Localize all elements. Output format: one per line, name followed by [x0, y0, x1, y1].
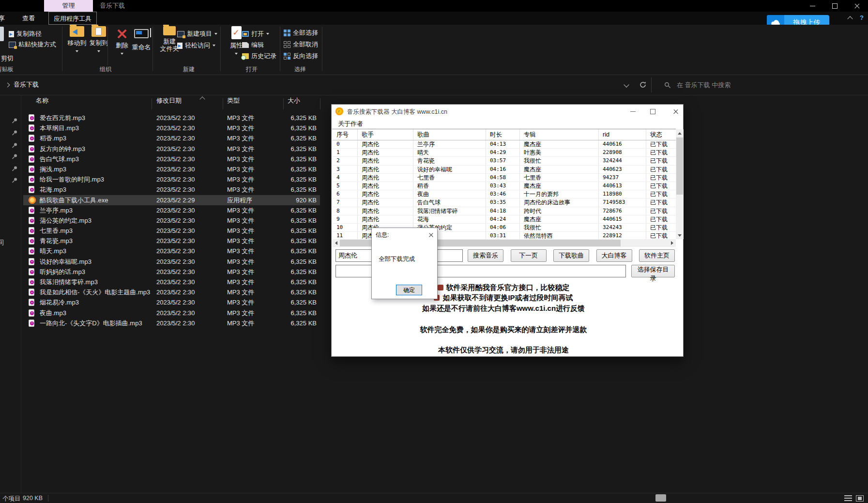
app-close-button[interactable] — [669, 107, 683, 116]
app-titlebar[interactable]: 音乐搜索下载器 大白博客 www.c1i.cn — [332, 105, 683, 118]
select-none-button[interactable]: 全部取消 — [284, 40, 318, 49]
scroll-right-icon[interactable] — [668, 239, 676, 247]
dialog-ok-button[interactable]: 确定 — [396, 285, 422, 295]
address-dropdown-icon[interactable] — [624, 82, 629, 87]
search-input[interactable] — [676, 81, 852, 89]
invert-selection-button[interactable]: 反向选择 — [284, 51, 318, 61]
song-row[interactable]: 3 周杰伦 说好的幸福呢 04:16 魔杰座 440623 已下载 — [332, 166, 676, 174]
song-row[interactable]: 7 周杰伦 告白气球 03:35 周杰伦的床边故事 7149583 已下载 — [332, 198, 676, 207]
close-button[interactable] — [846, 0, 868, 12]
column-header-size[interactable]: 大小 — [288, 96, 300, 110]
refresh-icon[interactable] — [639, 81, 647, 90]
file-row[interactable]: 晴天.mp3 2023/5/2 2:30 MP3 文件 6,325 KB — [23, 246, 320, 256]
help-icon[interactable]: ? — [860, 14, 864, 21]
file-row[interactable]: 兰亭序.mp3 2023/5/2 2:30 MP3 文件 6,325 KB — [23, 205, 320, 215]
column-header-type[interactable]: 类型 — [227, 96, 240, 110]
file-row[interactable]: 我落泪情绪零碎.mp3 2023/5/2 2:30 MP3 文件 6,325 K… — [23, 277, 320, 287]
file-row[interactable]: 七里香.mp3 2023/5/2 2:30 MP3 文件 6,325 KB — [23, 226, 320, 236]
song-row[interactable]: 1 周杰伦 晴天 04:29 叶惠美 228908 已下载 — [332, 149, 676, 157]
file-row[interactable]: 花海.mp3 2023/5/2 2:30 MP3 文件 6,325 KB — [23, 184, 320, 195]
rename-icon — [134, 29, 149, 38]
file-row[interactable]: 烟花易冷.mp3 2023/5/2 2:30 MP3 文件 6,325 KB — [23, 297, 320, 307]
paste-shortcut-button[interactable]: 粘贴快捷方式 — [9, 40, 56, 49]
file-row[interactable]: 青花瓷.mp3 2023/5/2 2:30 MP3 文件 6,325 KB — [23, 236, 320, 246]
choose-save-dir-button[interactable]: 选择保存目录 — [631, 265, 675, 277]
open-button[interactable]: 打开 — [242, 29, 269, 39]
pin-icon[interactable] — [12, 142, 18, 150]
file-row[interactable]: 夜曲.mp3 2023/5/2 2:30 MP3 文件 6,325 KB — [23, 308, 320, 318]
cut-button[interactable]: 剪切 — [1, 54, 14, 63]
file-row[interactable]: 一路向北-《头文字D》电影插曲.mp3 2023/5/2 2:30 MP3 文件… — [23, 318, 320, 328]
song-row[interactable]: 0 周杰伦 兰亭序 04:13 魔杰座 440616 已下载 — [332, 140, 676, 149]
select-all-button[interactable]: 全部选择 — [284, 28, 318, 38]
column-header-name[interactable]: 名称 — [36, 96, 48, 110]
tab-view[interactable]: 查看 — [22, 12, 35, 25]
nav-item-partial-label[interactable]: 间 — [0, 238, 4, 247]
app-action-button[interactable]: 下载歌曲 — [553, 249, 589, 262]
paste-button-partial[interactable] — [0, 27, 4, 41]
file-row[interactable]: 蒲公英的约定.mp3 2023/5/2 2:30 MP3 文件 6,325 KB — [23, 215, 320, 226]
details-view-icon[interactable] — [844, 495, 852, 502]
pin-icon[interactable] — [12, 118, 18, 125]
song-row[interactable]: 2 周杰伦 青花瓷 03:57 我很忙 324244 已下载 — [332, 157, 676, 165]
pin-icon[interactable] — [12, 177, 18, 185]
titlebar-contextual-tab-manage[interactable]: 管理 — [44, 0, 93, 12]
address-bar[interactable]: 音乐下载 — [0, 75, 868, 95]
col-status[interactable]: 状态 — [646, 129, 676, 140]
tab-application-tools[interactable]: 应用程序工具 — [48, 12, 97, 25]
song-row[interactable]: 6 周杰伦 夜曲 03:46 十一月的萧邦 118980 已下载 — [332, 190, 676, 198]
maximize-button[interactable] — [823, 0, 846, 12]
menu-about-author[interactable]: 关于作者 — [338, 120, 363, 128]
app-action-button[interactable]: 软件主页 — [639, 249, 675, 262]
file-row[interactable]: 酷我歌曲下载小工具.exe 2023/5/2 2:29 应用程序 920 KB — [23, 195, 320, 205]
pin-icon[interactable] — [12, 153, 18, 161]
copy-path-button[interactable]: 复制路径 — [9, 29, 42, 39]
easy-access-button[interactable]: 轻松访问 — [177, 41, 215, 50]
col-duration[interactable]: 时长 — [486, 129, 519, 140]
app-action-button[interactable]: 下一页 — [511, 249, 547, 262]
col-rid[interactable]: rid — [598, 129, 646, 140]
file-row[interactable]: 本草纲目.mp3 2023/5/2 2:30 MP3 文件 6,325 KB — [23, 123, 320, 133]
pin-icon[interactable] — [12, 166, 18, 173]
scroll-left-icon[interactable] — [332, 239, 340, 247]
new-item-button[interactable]: 新建项目 — [177, 29, 217, 39]
app-maximize-button[interactable] — [645, 107, 660, 116]
file-row[interactable]: 听妈妈的话.mp3 2023/5/2 2:30 MP3 文件 6,325 KB — [23, 267, 320, 277]
column-header-date[interactable]: 修改日期 — [156, 96, 182, 110]
file-row[interactable]: 爱在西元前.mp3 2023/5/2 2:30 MP3 文件 6,325 KB — [23, 113, 320, 123]
col-song[interactable]: 歌曲 — [413, 129, 486, 140]
file-row[interactable]: 稻香.mp3 2023/5/2 2:30 MP3 文件 6,325 KB — [23, 133, 320, 143]
scroll-up-icon[interactable] — [676, 129, 684, 137]
file-row[interactable]: 给我一首歌的时间.mp3 2023/5/2 2:30 MP3 文件 6,325 … — [23, 174, 320, 184]
song-row[interactable]: 4 周杰伦 七里香 04:58 七里香 94237 已下载 — [332, 174, 676, 182]
breadcrumb[interactable]: 音乐下载 — [6, 80, 39, 89]
col-index[interactable]: 序号 — [332, 129, 357, 140]
song-row[interactable]: 5 周杰伦 稻香 03:43 魔杰座 440613 已下载 — [332, 182, 676, 190]
navigation-pane[interactable]: 间 — [0, 95, 21, 493]
thumbnail-view-icon[interactable] — [856, 495, 864, 502]
app-minimize-button[interactable] — [625, 107, 640, 116]
dialog-close-button[interactable] — [427, 231, 434, 238]
file-row[interactable]: 我是如此相信-《天火》电影主题曲.mp3 2023/5/2 2:30 MP3 文… — [23, 287, 320, 297]
song-row[interactable]: 9 周杰伦 花海 04:24 魔杰座 440615 已下载 — [332, 215, 676, 224]
file-row[interactable]: 搁浅.mp3 2023/5/2 2:30 MP3 文件 6,325 KB — [23, 164, 320, 174]
col-album[interactable]: 专辑 — [519, 129, 598, 140]
search-box[interactable] — [651, 77, 864, 92]
app-action-button[interactable]: 大白博客 — [596, 249, 632, 262]
scrollbar-thumb[interactable] — [676, 137, 683, 195]
edit-button[interactable]: 编辑 — [242, 40, 264, 50]
pin-icon[interactable] — [12, 130, 18, 137]
app-action-button[interactable]: 搜索音乐 — [468, 249, 503, 262]
file-row[interactable]: 告白气球.mp3 2023/5/2 2:30 MP3 文件 6,325 KB — [23, 154, 320, 164]
history-button[interactable]: 历史记录 — [242, 51, 276, 61]
file-row[interactable]: 反方向的钟.mp3 2023/5/2 2:30 MP3 文件 6,325 KB — [23, 144, 320, 154]
scroll-down-icon[interactable] — [676, 231, 684, 239]
vertical-scrollbar[interactable] — [676, 129, 684, 239]
minimize-button[interactable] — [801, 0, 823, 12]
file-row[interactable]: 说好的幸福呢.mp3 2023/5/2 2:30 MP3 文件 6,325 KB — [23, 257, 320, 267]
rename-button[interactable]: 重命名 — [127, 26, 156, 51]
collapse-ribbon-icon[interactable] — [847, 16, 853, 21]
tab-share[interactable]: 共享 — [0, 12, 5, 25]
song-row[interactable]: 8 周杰伦 我落泪情绪零碎 04:18 跨时代 728676 已下载 — [332, 207, 676, 215]
col-artist[interactable]: 歌手 — [357, 129, 413, 140]
